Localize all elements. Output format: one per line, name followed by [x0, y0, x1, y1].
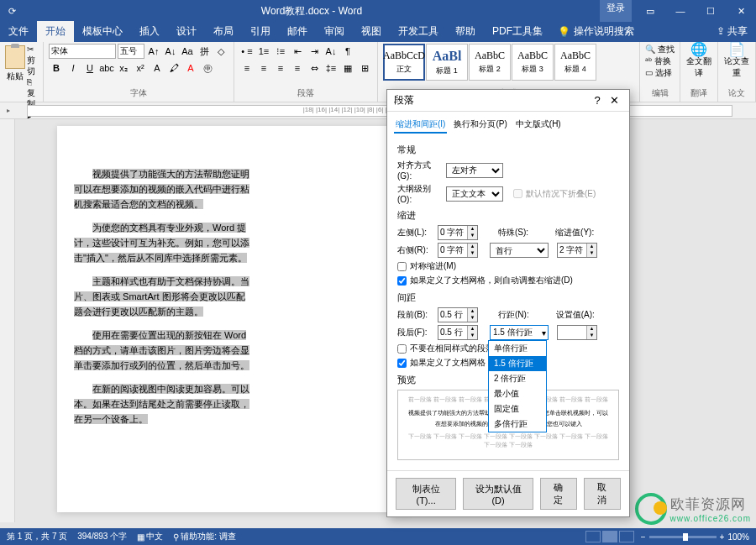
close-button[interactable]: ✕: [726, 0, 756, 22]
tab-view[interactable]: 视图: [353, 21, 390, 42]
phonetic-button[interactable]: 拼: [197, 44, 212, 59]
paragraph-1[interactable]: 视频提供了功能强大的方法帮助您证明可以在想要添加的视频的嵌入代码中进行粘机搜索最…: [74, 166, 376, 212]
justify-button[interactable]: ≡: [290, 60, 305, 76]
status-accessibility[interactable]: ⚲ 辅助功能: 调查: [173, 531, 236, 542]
dialog-close-button[interactable]: ✕: [606, 94, 622, 107]
italic-button[interactable]: I: [66, 60, 81, 76]
outline-select[interactable]: 正文文本: [446, 186, 503, 202]
paragraph-3[interactable]: 主题和样式也有助于文档保持协调。当片、图表或 SmartArt 图形将会更改以匹…: [74, 274, 376, 319]
special-select[interactable]: 首行: [490, 243, 549, 258]
share-button[interactable]: ⇪ 共享: [708, 21, 756, 42]
tab-references[interactable]: 引用: [242, 21, 279, 42]
line-option-4[interactable]: 固定值: [489, 401, 546, 417]
zoom-in-button[interactable]: +: [720, 532, 725, 542]
tab-template[interactable]: 模板中心: [74, 21, 131, 42]
style-1[interactable]: AaBl标题 1: [426, 44, 468, 81]
minimize-button[interactable]: —: [665, 0, 696, 22]
highlight-button[interactable]: 🖍: [166, 60, 181, 76]
left-indent-spinner[interactable]: 0 字符▲▼: [438, 225, 478, 240]
before-spinner[interactable]: 0.5 行▲▼: [438, 307, 478, 322]
right-indent-spinner[interactable]: 0 字符▲▼: [438, 243, 478, 258]
paragraph-2[interactable]: 为使您的文档具有专业外观，Word 提计，这些设计可互为补充。例如，您可以添击"…: [74, 220, 376, 265]
line-option-3[interactable]: 最小值: [489, 386, 546, 401]
cancel-button[interactable]: 取消: [584, 478, 621, 510]
shading-button[interactable]: ▦: [340, 60, 355, 76]
grid-align-checkbox[interactable]: [397, 359, 407, 368]
style-3[interactable]: AaBbC标题 3: [512, 44, 554, 81]
line-spacing-button[interactable]: ‡≡: [323, 60, 339, 76]
status-lang[interactable]: ▦ 中文: [137, 531, 163, 542]
align-left-button[interactable]: ≡: [239, 60, 255, 76]
by-spinner[interactable]: 2 字符▲▼: [557, 243, 597, 258]
font-color-button[interactable]: A: [183, 60, 198, 76]
shrink-font-button[interactable]: A↓: [163, 44, 178, 59]
distribute-button[interactable]: ⇔: [307, 60, 322, 76]
increase-indent-button[interactable]: ⇥: [307, 44, 322, 59]
font-size-select[interactable]: [118, 44, 144, 59]
zoom-level[interactable]: 100%: [727, 532, 749, 542]
text-effect-button[interactable]: A: [150, 60, 165, 76]
ribbon-options-icon[interactable]: ▭: [635, 0, 665, 22]
read-mode-button[interactable]: [585, 531, 601, 542]
line-option-5[interactable]: 多倍行距: [489, 417, 546, 432]
bullets-button[interactable]: • ≡: [239, 44, 255, 59]
zoom-out-button[interactable]: −: [641, 532, 646, 542]
bold-button[interactable]: B: [49, 60, 64, 76]
numbering-button[interactable]: 1≡: [256, 44, 271, 59]
tab-developer[interactable]: 开发工具: [390, 21, 447, 42]
tell-me-search[interactable]: 💡 操作说明搜索: [551, 21, 641, 42]
tab-review[interactable]: 审阅: [316, 21, 353, 42]
dialog-tab-indent[interactable]: 缩进和间距(I): [394, 117, 447, 134]
tab-help[interactable]: 帮助: [447, 21, 484, 42]
dialog-tab-page[interactable]: 换行和分页(P): [452, 117, 508, 134]
tabs-button[interactable]: 制表位(T)...: [396, 478, 456, 510]
ruler-toggle[interactable]: ▸: [7, 107, 10, 114]
cut-button[interactable]: ✂ 剪切: [27, 44, 38, 76]
style-0[interactable]: AaBbCcD正文: [383, 44, 425, 81]
decrease-indent-button[interactable]: ⇤: [290, 44, 305, 59]
find-button[interactable]: 🔍 查找: [645, 44, 675, 55]
strike-button[interactable]: abc: [99, 60, 114, 76]
sort-button[interactable]: A↓: [323, 44, 339, 59]
tab-file[interactable]: 文件: [0, 21, 37, 42]
enclose-button[interactable]: ㊥: [200, 60, 215, 76]
font-family-select[interactable]: [49, 44, 116, 59]
no-space-checkbox[interactable]: [397, 344, 407, 354]
translate-button[interactable]: 🌐 全文翻译: [685, 44, 712, 79]
show-marks-button[interactable]: ¶: [340, 44, 355, 59]
replace-button[interactable]: ᵃᵇ 替换: [645, 55, 675, 67]
web-layout-button[interactable]: [619, 531, 634, 542]
mirror-checkbox[interactable]: [397, 262, 407, 271]
dialog-tab-cjk[interactable]: 中文版式(H): [514, 117, 563, 134]
maximize-button[interactable]: ☐: [696, 0, 726, 22]
status-page[interactable]: 第 1 页，共 7 页: [7, 531, 67, 542]
print-layout-button[interactable]: [602, 531, 617, 542]
borders-button[interactable]: ⊞: [357, 60, 372, 76]
autosave-icon[interactable]: ⟳: [0, 6, 24, 17]
tab-home[interactable]: 开始: [37, 21, 74, 42]
multilevel-button[interactable]: ⁝≡: [273, 44, 288, 59]
select-button[interactable]: ▭ 选择: [645, 67, 675, 79]
subscript-button[interactable]: x₂: [116, 60, 131, 76]
grow-font-button[interactable]: A↑: [146, 44, 161, 59]
underline-button[interactable]: U: [82, 60, 97, 76]
tab-design[interactable]: 设计: [168, 21, 205, 42]
after-spinner[interactable]: 0.5 行▲▼: [438, 325, 478, 340]
document-canvas[interactable]: 视频提供了功能强大的方法帮助您证明可以在想要添加的视频的嵌入代码中进行粘机搜索最…: [15, 119, 756, 522]
paragraph-5[interactable]: 在新的阅读视图中阅读更加容易。可以本。如果在达到结尾处之前需要停止读取，在另一个…: [74, 381, 376, 427]
set-default-button[interactable]: 设为默认值(D): [463, 478, 533, 510]
login-button[interactable]: 登录: [600, 0, 632, 22]
tab-pdf[interactable]: PDF工具集: [484, 21, 551, 42]
change-case-button[interactable]: Aa: [180, 44, 195, 59]
align-select[interactable]: 左对齐: [446, 163, 503, 178]
ok-button[interactable]: 确定: [540, 478, 577, 510]
paper-check-button[interactable]: 📄 论文查重: [723, 44, 750, 79]
style-4[interactable]: AaBbC标题 4: [554, 44, 596, 81]
dialog-help-button[interactable]: ?: [589, 94, 606, 107]
superscript-button[interactable]: x²: [133, 60, 148, 76]
zoom-slider[interactable]: [649, 536, 717, 538]
line-spacing-select[interactable]: 1.5 倍行距 ▾: [490, 325, 549, 340]
at-spinner[interactable]: ▲▼: [557, 325, 597, 340]
tab-insert[interactable]: 插入: [131, 21, 168, 42]
align-right-button[interactable]: ≡: [273, 60, 288, 76]
